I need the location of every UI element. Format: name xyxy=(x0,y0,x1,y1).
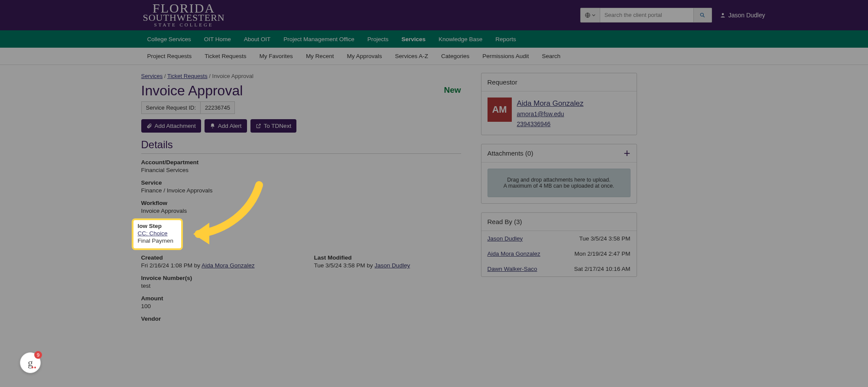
nav1-projects[interactable]: Projects xyxy=(361,32,395,47)
invoice-value: test xyxy=(141,283,461,289)
readby-name-link[interactable]: Dawn Walker-Saco xyxy=(488,266,537,272)
nav1-college-services[interactable]: College Services xyxy=(141,32,197,47)
created-by-link[interactable]: Aida Mora Gonzalez xyxy=(202,262,254,269)
to-tdnext-button[interactable]: To TDNext xyxy=(250,119,297,133)
avatar: AM xyxy=(488,98,512,122)
modified-value: Tue 3/5/24 3:58 PM by Jason Dudley xyxy=(314,262,461,269)
nav1-about-oit[interactable]: About OIT xyxy=(238,32,277,47)
user-name: Jason Dudley xyxy=(728,12,765,19)
srid-value: 22236745 xyxy=(200,101,235,114)
vendor-label: Vendor xyxy=(141,315,461,322)
nav1-pmo[interactable]: Project Management Office xyxy=(277,32,360,47)
logo: FLORIDA SOUTHWESTERN STATE COLLEGE xyxy=(143,3,225,27)
nav-secondary: Project Requests Ticket Requests My Favo… xyxy=(0,48,868,65)
workflow-label: Workflow xyxy=(141,200,461,206)
globe-icon xyxy=(585,12,591,18)
user-menu[interactable]: Jason Dudley xyxy=(720,12,765,19)
bell-icon xyxy=(210,123,215,129)
nav1-services[interactable]: Services xyxy=(395,32,432,47)
readby-time: Mon 2/19/24 2:47 PM xyxy=(574,250,630,257)
topbar: FLORIDA SOUTHWESTERN STATE COLLEGE xyxy=(0,0,868,30)
highlight-region: low Step CC: Choice Final Paymen xyxy=(133,220,461,248)
readby-name-link[interactable]: Aida Mora Gonzalez xyxy=(488,250,540,257)
modified-prefix: Tue 3/5/24 3:58 PM by xyxy=(314,262,375,269)
new-link[interactable]: New xyxy=(444,85,461,95)
requestor-phone-link[interactable]: 2394336946 xyxy=(517,119,584,129)
amount-label: Amount xyxy=(141,295,461,302)
nav2-services-az[interactable]: Services A-Z xyxy=(389,49,434,64)
breadcrumb-ticket-requests[interactable]: Ticket Requests xyxy=(167,73,208,79)
logo-line3: STATE COLLEGE xyxy=(143,22,225,27)
srid-label: Service Request ID: xyxy=(141,101,201,114)
details-heading: Details xyxy=(141,139,461,151)
nav2-search[interactable]: Search xyxy=(536,49,567,64)
created-label: Created xyxy=(141,254,288,261)
current-step-label-partial: low Step xyxy=(138,223,177,229)
service-label: Service xyxy=(141,179,461,186)
readby-panel: Read By (3) Jason Dudley Tue 3/5/24 3:58… xyxy=(481,212,637,277)
nav2-my-favorites[interactable]: My Favorites xyxy=(254,49,299,64)
requestor-name-link[interactable]: Aida Mora Gonzalez xyxy=(517,98,584,109)
service-request-id: Service Request ID: 22236745 xyxy=(141,101,235,114)
nav1-reports[interactable]: Reports xyxy=(489,32,522,47)
search-input[interactable] xyxy=(600,8,694,23)
readby-heading: Read By (3) xyxy=(481,213,637,231)
nav2-ticket-requests[interactable]: Ticket Requests xyxy=(198,49,252,64)
nav1-knowledge-base[interactable]: Knowledge Base xyxy=(432,32,488,47)
readby-time: Sat 2/17/24 10:16 AM xyxy=(574,266,631,272)
workflow-value: Invoice Approvals xyxy=(141,208,461,214)
add-attachment-button[interactable]: Add Attachment xyxy=(141,119,201,133)
breadcrumb: Services / Ticket Requests / Invoice App… xyxy=(141,73,461,79)
readby-row: Dawn Walker-Saco Sat 2/17/24 10:16 AM xyxy=(481,261,637,276)
search-icon xyxy=(699,12,705,18)
svg-point-1 xyxy=(701,13,704,16)
nav2-my-recent[interactable]: My Recent xyxy=(300,49,340,64)
nav2-project-requests[interactable]: Project Requests xyxy=(141,49,198,64)
chevron-down-icon xyxy=(592,13,595,17)
final-payment-partial: Final Paymen xyxy=(138,237,177,244)
nav2-categories[interactable]: Categories xyxy=(435,49,475,64)
nav1-oit-home[interactable]: OIT Home xyxy=(198,32,237,47)
attachment-dropzone[interactable]: Drag and drop attachments here to upload… xyxy=(488,169,631,197)
add-alert-label: Add Alert xyxy=(218,123,242,129)
add-attachment-label: Add Attachment xyxy=(155,123,196,129)
attachments-heading: Attachments (0) xyxy=(488,150,533,157)
external-link-icon xyxy=(256,123,261,129)
search-group xyxy=(580,8,712,23)
svg-point-2 xyxy=(722,13,724,15)
created-value: Fri 2/16/24 1:08 PM by Aida Mora Gonzale… xyxy=(141,262,288,269)
created-prefix: Fri 2/16/24 1:08 PM by xyxy=(141,262,202,269)
dropzone-line1: Drag and drop attachments here to upload… xyxy=(492,177,626,183)
attachments-panel: Attachments (0) + Drag and drop attachme… xyxy=(481,144,637,204)
account-value: Financial Services xyxy=(141,167,461,173)
paperclip-icon xyxy=(146,123,152,129)
add-alert-button[interactable]: Add Alert xyxy=(205,119,247,133)
dropzone-line2: A maximum of 4 MB can be uploaded at onc… xyxy=(492,183,626,189)
cc-choice-link[interactable]: CC: Choice xyxy=(138,230,177,237)
breadcrumb-current: Invoice Approval xyxy=(212,73,254,79)
invoice-label: Invoice Number(s) xyxy=(141,275,461,281)
to-tdnext-label: To TDNext xyxy=(264,123,292,129)
readby-name-link[interactable]: Jason Dudley xyxy=(488,235,523,242)
nav-primary: College Services OIT Home About OIT Proj… xyxy=(0,30,868,48)
search-scope-dropdown[interactable] xyxy=(580,8,600,23)
nav2-permissions-audit[interactable]: Permissions Audit xyxy=(476,49,535,64)
readby-row: Aida Mora Gonzalez Mon 2/19/24 2:47 PM xyxy=(481,246,637,261)
breadcrumb-services[interactable]: Services xyxy=(141,73,163,79)
modified-by-link[interactable]: Jason Dudley xyxy=(374,262,410,269)
account-label: Account/Department xyxy=(141,159,461,166)
modified-label: Last Modified xyxy=(314,254,461,261)
user-icon xyxy=(720,12,726,18)
requestor-email-link[interactable]: amora1@fsw.edu xyxy=(517,109,584,119)
amount-value: 100 xyxy=(141,303,461,309)
add-attachment-plus-button[interactable]: + xyxy=(624,150,630,156)
logo-line2: SOUTHWESTERN xyxy=(143,13,225,22)
details-divider xyxy=(141,153,461,154)
page-title: Invoice Approval xyxy=(141,83,243,99)
nav2-my-approvals[interactable]: My Approvals xyxy=(341,49,388,64)
service-value: Finance / Invoice Approvals xyxy=(141,187,461,194)
requestor-panel: Requestor AM Aida Mora Gonzalez amora1@f… xyxy=(481,73,637,135)
requestor-heading: Requestor xyxy=(481,73,637,91)
readby-time: Tue 3/5/24 3:58 PM xyxy=(579,235,630,242)
search-button[interactable] xyxy=(694,8,712,23)
